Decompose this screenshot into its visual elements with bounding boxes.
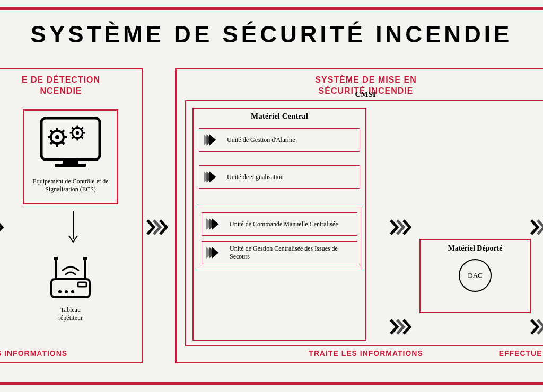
diagram-title: SYSTÈME DE SÉCURITÉ INCENDIE xyxy=(0,21,543,48)
svg-line-9 xyxy=(50,130,52,132)
svg-rect-25 xyxy=(54,257,58,260)
svg-line-20 xyxy=(81,137,83,138)
repeater-label: Tableau répétiteur xyxy=(28,306,113,322)
svg-line-22 xyxy=(81,128,83,129)
svg-point-30 xyxy=(65,290,68,293)
svg-rect-2 xyxy=(55,164,86,167)
detection-title-line1: E DE DÉTECTION xyxy=(22,75,100,84)
repeater-card: Tableau répétiteur xyxy=(28,254,113,336)
arrow-down-icon xyxy=(65,210,81,246)
chevrons-icon xyxy=(530,218,543,236)
cmsi-label: CMSI xyxy=(355,90,375,99)
chevrons-icon xyxy=(390,318,418,336)
svg-line-11 xyxy=(50,142,52,144)
unit-us-label: Unité de Signalisation xyxy=(227,173,284,181)
repeater-label-line1: Tableau xyxy=(60,306,81,314)
svg-marker-35 xyxy=(209,134,216,146)
unit-uga-label: Unité de Gestion d'Alarme xyxy=(227,136,295,144)
svg-marker-38 xyxy=(209,171,216,183)
mc-subgroup: Unité de Commande Manuelle Centralisée U… xyxy=(198,207,361,270)
materiel-central-box: Matériel Central Unité de Gestion d'Alar… xyxy=(192,108,366,341)
unit-uga: Unité de Gestion d'Alarme xyxy=(199,128,360,152)
materiel-deporte-title: Matériel Déporté xyxy=(421,240,530,256)
chevrons-icon xyxy=(390,218,418,236)
unit-ucmc-label: Unité de Commande Manuelle Centralisée xyxy=(230,220,338,228)
svg-point-29 xyxy=(58,290,62,293)
ecs-label: Equipement de Contrôle et de Signalisati… xyxy=(29,177,112,193)
ecs-monitor-gears-icon xyxy=(36,115,105,173)
svg-marker-41 xyxy=(212,218,219,230)
svg-point-4 xyxy=(55,135,59,139)
svg-rect-1 xyxy=(63,159,78,164)
detection-title-line2: NCENDIE xyxy=(40,86,82,95)
top-rule xyxy=(0,7,543,10)
ecs-card: Equipement de Contrôle et de Signalisati… xyxy=(23,109,118,204)
dac-circle: DAC xyxy=(459,259,492,292)
triple-triangle-icon xyxy=(204,170,223,184)
materiel-deporte-box: Matériel Déporté DAC xyxy=(419,239,531,313)
unit-ugcis: Unité de Gestion Centralisée des Issues … xyxy=(202,241,357,264)
repeater-device-icon xyxy=(44,254,97,304)
svg-marker-44 xyxy=(212,247,219,259)
detection-panel: E DE DÉTECTION NCENDIE xyxy=(0,68,143,363)
svg-point-31 xyxy=(71,290,74,293)
bottom-rule xyxy=(0,382,543,385)
svg-rect-32 xyxy=(78,282,86,287)
chevrons-icon xyxy=(146,218,175,236)
svg-point-14 xyxy=(76,131,79,135)
securite-caption-center: TRAITE LES INFORMATIONS xyxy=(309,349,423,358)
detection-caption: LES INFORMATIONS xyxy=(0,349,67,358)
repeater-label-line2: répétiteur xyxy=(58,314,83,322)
unit-us: Unité de Signalisation xyxy=(199,165,360,189)
unit-ugcis-label: Unité de Gestion Centralisée des Issues … xyxy=(230,245,353,261)
triple-triangle-icon xyxy=(204,133,223,147)
securite-caption-right: EFFECTUE L xyxy=(499,349,543,358)
diagram-canvas: E DE DÉTECTION NCENDIE xyxy=(0,68,543,376)
chevrons-icon xyxy=(530,318,543,336)
triple-triangle-icon xyxy=(206,246,225,260)
triple-triangle-icon xyxy=(206,217,225,231)
detection-panel-title: E DE DÉTECTION NCENDIE xyxy=(0,69,142,98)
unit-ucmc: Unité de Commande Manuelle Centralisée xyxy=(202,212,357,236)
svg-line-21 xyxy=(72,137,74,138)
securite-panel: SYSTÈME DE MISE EN SÉCURITÉ INCENDIE CMS… xyxy=(175,68,543,363)
svg-line-19 xyxy=(72,128,74,129)
cmsi-box: CMSI Matériel Central Unité de Gestion d… xyxy=(185,100,543,346)
materiel-central-title: Matériel Central xyxy=(194,109,365,123)
svg-line-10 xyxy=(62,142,64,144)
chevrons-icon xyxy=(0,218,11,236)
svg-line-12 xyxy=(62,130,64,132)
svg-rect-27 xyxy=(83,257,87,260)
dac-label: DAC xyxy=(468,271,482,280)
securite-title-line1: SYSTÈME DE MISE EN xyxy=(315,75,416,84)
